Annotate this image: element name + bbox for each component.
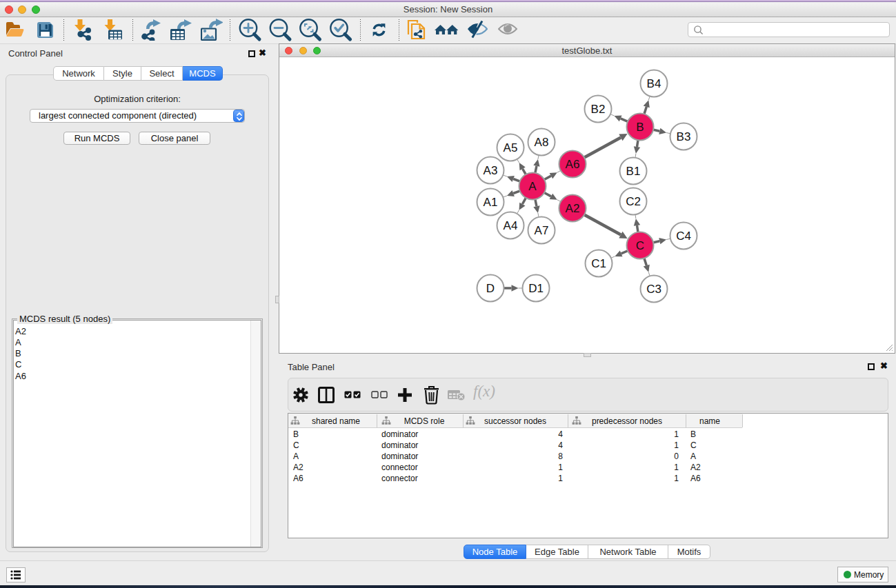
svg-text:A3: A3 [484, 164, 498, 177]
svg-text:B3: B3 [677, 130, 691, 143]
svg-text:D: D [486, 282, 495, 295]
svg-text:D1: D1 [528, 282, 544, 295]
svg-text:A1: A1 [484, 196, 498, 209]
svg-text:A6: A6 [566, 158, 580, 171]
svg-text:A2: A2 [566, 202, 580, 215]
svg-text:A5: A5 [504, 141, 518, 154]
svg-text:B: B [636, 121, 644, 134]
svg-text:B1: B1 [626, 165, 641, 178]
svg-text:C3: C3 [646, 283, 661, 296]
svg-text:B4: B4 [647, 77, 661, 90]
svg-text:A4: A4 [504, 219, 518, 232]
svg-text:C: C [636, 239, 644, 252]
svg-text:A7: A7 [535, 224, 549, 237]
svg-text:B2: B2 [591, 103, 606, 116]
svg-text:A8: A8 [535, 136, 549, 149]
svg-text:A: A [528, 180, 537, 193]
svg-text:C1: C1 [591, 257, 606, 270]
svg-text:C4: C4 [676, 230, 691, 243]
svg-text:C2: C2 [626, 195, 641, 208]
